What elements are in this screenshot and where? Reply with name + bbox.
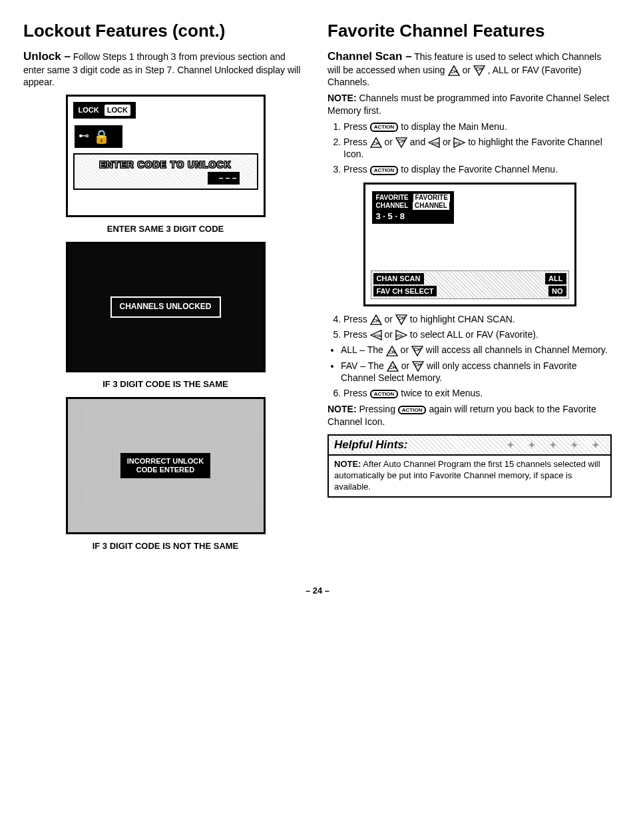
hints-title: Helpful Hints: [334,438,408,452]
steps-list-3: Press ACTION twice to exit Menus. [327,387,612,399]
chan-scan-row: CHAN SCAN ALL [373,273,566,284]
step-6: Press ACTION twice to exit Menus. [343,387,612,399]
action-button-icon: ACTION [370,166,399,175]
lock-top-bar: LOCK LOCK [73,102,136,118]
svg-text:CH: CH [398,316,405,321]
ch-down-icon: CH [412,361,424,372]
incorrect-line2: CODE ENTERED [127,466,204,474]
ch-down-icon: CH [473,65,485,76]
svg-text:CH: CH [389,350,395,355]
code-dashes: – – – [208,172,240,185]
svg-text:CH: CH [450,70,457,75]
favorite-channel-screen: FAVORITE FAVORITE CHANNEL CHANNEL 3 · 5 … [363,183,576,306]
enter-code-text: ENTER CODE TO UNLOCK [79,159,253,171]
unlock-paragraph: Unlock – Follow Steps 1 through 3 from p… [23,49,308,88]
note1-text: Channels must be programmed into Favorit… [327,93,609,115]
dark-screen: CHANNELS UNLOCKED [68,244,264,370]
step-1: Press ACTION to display the Main Menu. [343,121,612,133]
svg-text:CH: CH [398,139,405,144]
note2-label: NOTE: [327,404,357,414]
vol-left-icon: VOL [370,330,382,340]
key-icon: ⊷ [79,129,89,143]
hints-note-text: After Auto Channel Program the first 15 … [334,459,600,492]
svg-text:CH: CH [476,67,483,72]
caption-3: IF 3 DIGIT CODE IS NOT THE SAME [23,541,308,552]
action-button-icon: ACTION [370,123,399,132]
note-2: NOTE: Pressing ACTION again will return … [327,403,612,427]
right-column: Favorite Channel Features Channel Scan –… [327,20,612,559]
hints-note-label: NOTE: [334,459,361,469]
vol-right-icon: VOL [453,137,465,148]
note-1: NOTE: Channels must be programmed into F… [327,92,612,116]
left-column: Lockout Features (cont.) Unlock – Follow… [23,20,308,559]
fav-screen-header: FAVORITE FAVORITE CHANNEL CHANNEL 3 · 5 … [372,191,454,224]
hints-decor-icon: ✦ ✦ ✦ ✦ ✦ [507,439,605,451]
bullet-list: ALL – The CH or CH will access all chann… [327,344,612,384]
lock-screen-box: LOCK LOCK ⊷ 🔒 ENTER CODE TO UNLOCK – – – [66,95,266,217]
left-heading: Lockout Features (cont.) [23,20,308,43]
unlock-label: Unlock – [23,50,71,63]
bullet-fav: FAV – The CH or CH will only access chan… [341,360,612,384]
chscan-paragraph: Channel Scan – This feature is used to s… [327,49,612,89]
page-number: – 24 – [23,586,612,597]
incorrect-code-msg: INCORRECT UNLOCK CODE ENTERED [120,453,211,478]
padlock-icon: 🔒 [93,128,110,145]
page-columns: Lockout Features (cont.) Unlock – Follow… [23,20,612,559]
svg-text:VOL: VOL [431,141,440,145]
noisy-screen: INCORRECT UNLOCK CODE ENTERED [68,399,264,532]
enter-code-box: ENTER CODE TO UNLOCK – – – [73,153,258,191]
caption-2: IF 3 DIGIT CODE IS THE SAME [23,379,308,390]
ch-down-icon: CH [395,314,407,325]
caption-1: ENTER SAME 3 DIGIT CODE [23,224,308,235]
ch-up-icon: CH [370,137,382,148]
svg-text:VOL: VOL [373,333,382,338]
hints-body: NOTE: After Auto Channel Program the fir… [329,456,610,496]
step-3: Press ACTION to display the Favorite Cha… [343,163,612,175]
svg-text:CH: CH [373,319,379,324]
step-2: Press CH or CH and VOL or VOL to highlig… [343,136,612,160]
steps-list-1: Press ACTION to display the Main Menu. P… [327,121,612,176]
fav-bottom-bar: CHAN SCAN ALL FAV CH SELECT NO [371,270,569,299]
right-heading: Favorite Channel Features [327,20,612,43]
incorrect-line1: INCORRECT UNLOCK [127,457,204,466]
ch-down-icon: CH [395,137,407,148]
incorrect-screen-box: INCORRECT UNLOCK CODE ENTERED [66,397,266,534]
lock-label-inverted: LOCK [105,105,130,115]
ch-up-icon: CH [448,65,460,76]
channels-unlocked-msg: CHANNELS UNLOCKED [110,296,221,318]
ch-down-icon: CH [411,346,423,356]
svg-text:CH: CH [414,347,421,352]
bullet-all: ALL – The CH or CH will access all chann… [341,344,612,356]
vol-right-icon: VOL [395,330,407,340]
lock-icon-row: ⊷ 🔒 [75,125,122,148]
vol-left-icon: VOL [428,137,440,148]
ch-up-icon: CH [387,361,399,372]
chscan-label: Channel Scan – [327,50,412,63]
hints-header: Helpful Hints: ✦ ✦ ✦ ✦ ✦ [329,436,610,456]
svg-text:VOL: VOL [395,333,404,338]
fav-channel-numbers: 3 · 5 · 8 [376,211,450,222]
chscan-text-b: or [462,65,470,75]
action-button-icon: ACTION [370,390,399,399]
svg-text:VOL: VOL [453,141,462,145]
helpful-hints-box: Helpful Hints: ✦ ✦ ✦ ✦ ✦ NOTE: After Aut… [327,434,612,498]
steps-list-2: Press CH or CH to highlight CHAN SCAN. P… [327,313,612,341]
unlocked-screen-box: CHANNELS UNLOCKED [66,242,266,372]
action-button-icon: ACTION [398,406,427,415]
favch-select-row: FAV CH SELECT NO [373,286,566,296]
svg-text:CH: CH [389,365,396,370]
ch-up-icon: CH [370,314,382,325]
svg-text:CH: CH [415,362,421,368]
lock-label: LOCK [79,105,99,115]
note1-label: NOTE: [327,93,357,103]
step-5: Press VOL or VOL to select ALL or FAV (F… [343,328,612,340]
svg-text:CH: CH [373,142,379,147]
ch-up-icon: CH [386,346,398,356]
step-4: Press CH or CH to highlight CHAN SCAN. [343,313,612,325]
